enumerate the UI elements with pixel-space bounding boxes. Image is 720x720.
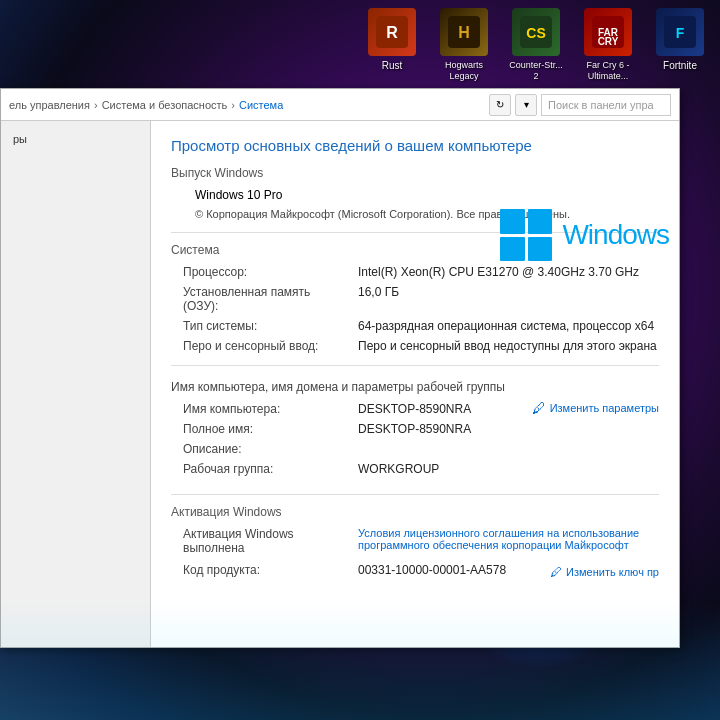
- desktop-icon-farcry6[interactable]: FAR CRY Far Cry 6 - Ultimate...: [576, 8, 640, 82]
- description-value: [358, 442, 532, 456]
- computer-section-header: Имя компьютера, имя домена и параметры р…: [171, 380, 532, 394]
- breadcrumb-system[interactable]: Система: [239, 99, 283, 111]
- breadcrumb: ель управления › Система и безопасность …: [9, 99, 483, 111]
- pen-label: Перо и сенсорный ввод:: [183, 339, 358, 353]
- product-key-label: Код продукта:: [183, 563, 358, 577]
- processor-label: Процессор:: [183, 265, 358, 279]
- pen-value: Перо и сенсорный ввод недоступны для это…: [358, 339, 659, 353]
- activation-status-row: Активация Windows выполнена Условия лице…: [171, 527, 659, 555]
- main-content: Просмотр основных сведений о вашем компь…: [151, 121, 679, 647]
- windows-edition-header: Выпуск Windows: [171, 166, 659, 180]
- cs-icon: CS: [512, 8, 560, 56]
- activation-section: Активация Windows Активация Windows выпо…: [171, 505, 659, 579]
- computer-name-value: DESKTOP-8590NRA: [358, 402, 532, 416]
- product-key-value: 00331-10000-00001-AA578: [358, 563, 506, 577]
- fortnite-icon: F: [656, 8, 704, 56]
- farcry6-icon: FAR CRY: [584, 8, 632, 56]
- ram-value: 16,0 ГБ: [358, 285, 659, 299]
- windows-edition-row: Windows 10 Pro: [171, 188, 659, 202]
- breadcrumb-system-security[interactable]: Система и безопасность: [102, 99, 228, 111]
- product-key-row: Код продукта: 00331-10000-00001-AA578 🖊 …: [171, 561, 659, 579]
- full-name-row: Полное имя: DESKTOP-8590NRA: [171, 422, 532, 436]
- address-controls: ↻ ▾ Поиск в панели упра: [489, 94, 671, 116]
- computer-name-label: Имя компьютера:: [183, 402, 358, 416]
- ram-row: Установленная память(ОЗУ): 16,0 ГБ: [171, 285, 659, 313]
- change-params-area: 🖊 Изменить параметры: [532, 376, 659, 416]
- change-params-text: Изменить параметры: [550, 402, 659, 414]
- key-icon: 🖊: [550, 565, 562, 579]
- fortnite-icon-label: Fortnite: [663, 60, 697, 72]
- svg-text:H: H: [458, 24, 470, 41]
- edit-icon: 🖊: [532, 400, 546, 416]
- breadcrumb-sep-2: ›: [231, 99, 235, 111]
- windows-text: Windows: [562, 219, 669, 251]
- pen-row: Перо и сенсорный ввод: Перо и сенсорный …: [171, 339, 659, 353]
- processor-row: Процессор: Intel(R) Xeon(R) CPU E31270 @…: [171, 265, 659, 279]
- win-square-tr: [528, 209, 553, 234]
- cs-icon-label: Counter-Str... 2: [509, 60, 563, 82]
- processor-value: Intel(R) Xeon(R) CPU E31270 @ 3.40GHz 3.…: [358, 265, 659, 279]
- workgroup-label: Рабочая группа:: [183, 462, 358, 476]
- window-content: ры Просмотр основных сведений о вашем ко…: [1, 121, 679, 647]
- desktop-icon-hogwarts[interactable]: H Hogwarts Legacy: [432, 8, 496, 82]
- system-type-value: 64-разрядная операционная система, проце…: [358, 319, 659, 333]
- farcry6-icon-label: Far Cry 6 - Ultimate...: [586, 60, 629, 82]
- refresh-button[interactable]: ↻: [489, 94, 511, 116]
- hogwarts-icon: H: [440, 8, 488, 56]
- rust-icon: R: [368, 8, 416, 56]
- activation-link[interactable]: Условия лицензионного соглашения на испо…: [358, 527, 659, 551]
- computer-section-header-row: Имя компьютера, имя домена и параметры р…: [171, 376, 659, 482]
- activation-status-label: Активация Windows выполнена: [183, 527, 358, 555]
- breadcrumb-control-panel[interactable]: ель управления: [9, 99, 90, 111]
- rust-icon-label: Rust: [382, 60, 403, 72]
- page-title: Просмотр основных сведений о вашем компь…: [171, 137, 659, 154]
- search-box[interactable]: Поиск в панели упра: [541, 94, 671, 116]
- activation-header: Активация Windows: [171, 505, 659, 519]
- hogwarts-icon-label: Hogwarts Legacy: [445, 60, 483, 82]
- system-type-label: Тип системы:: [183, 319, 358, 333]
- breadcrumb-sep-1: ›: [94, 99, 98, 111]
- product-key-group: Код продукта: 00331-10000-00001-AA578: [183, 563, 506, 577]
- windows-logo-grid: [500, 209, 552, 261]
- windows-edition-value: Windows 10 Pro: [183, 188, 282, 202]
- sidebar: ры: [1, 121, 151, 647]
- desktop-icon-counterstrike[interactable]: CS Counter-Str... 2: [504, 8, 568, 82]
- system-properties-window: ель управления › Система и безопасность …: [0, 88, 680, 648]
- full-name-label: Полное имя:: [183, 422, 358, 436]
- computer-info-group: Имя компьютера, имя домена и параметры р…: [171, 376, 532, 482]
- change-params-button[interactable]: 🖊 Изменить параметры: [532, 400, 659, 416]
- win-square-tl: [500, 209, 525, 234]
- workgroup-value: WORKGROUP: [358, 462, 532, 476]
- svg-text:CRY: CRY: [598, 36, 619, 47]
- divider-3: [171, 494, 659, 495]
- workgroup-row: Рабочая группа: WORKGROUP: [171, 462, 532, 476]
- ram-label: Установленная память(ОЗУ):: [183, 285, 358, 313]
- address-bar: ель управления › Система и безопасность …: [1, 89, 679, 121]
- sidebar-item-params[interactable]: ры: [1, 129, 150, 149]
- win-square-bl: [500, 237, 525, 262]
- windows-logo: Windows: [500, 209, 669, 261]
- svg-text:CS: CS: [526, 25, 545, 41]
- divider-2: [171, 365, 659, 366]
- description-label: Описание:: [183, 442, 358, 456]
- full-name-value: DESKTOP-8590NRA: [358, 422, 532, 436]
- computer-name-section: Имя компьютера, имя домена и параметры р…: [171, 376, 659, 482]
- desktop-icons-container: R Rust H Hogwarts Legacy CS: [352, 0, 720, 90]
- desktop-icon-rust[interactable]: R Rust: [360, 8, 424, 82]
- desktop-icon-fortnite[interactable]: F Fortnite: [648, 8, 712, 82]
- svg-text:F: F: [676, 25, 685, 41]
- svg-text:R: R: [386, 24, 398, 41]
- system-type-row: Тип системы: 64-разрядная операционная с…: [171, 319, 659, 333]
- computer-name-row: Имя компьютера: DESKTOP-8590NRA: [171, 402, 532, 416]
- desktop: R Rust H Hogwarts Legacy CS: [0, 0, 720, 720]
- search-placeholder: Поиск в панели упра: [548, 99, 654, 111]
- change-key-text: Изменить ключ пр: [566, 566, 659, 578]
- change-key-button[interactable]: 🖊 Изменить ключ пр: [550, 565, 659, 579]
- description-row: Описание:: [171, 442, 532, 456]
- win-square-br: [528, 237, 553, 262]
- dropdown-button[interactable]: ▾: [515, 94, 537, 116]
